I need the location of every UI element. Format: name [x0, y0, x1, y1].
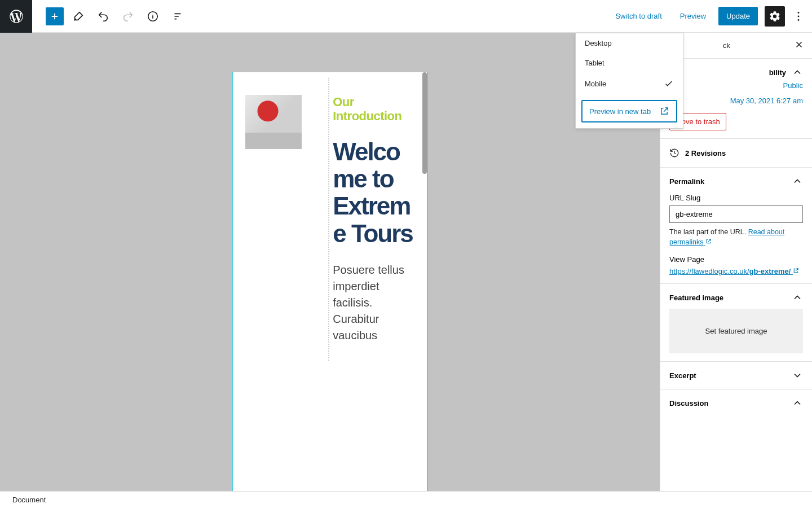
toolbar-left-group [46, 6, 188, 27]
settings-button[interactable] [765, 6, 785, 27]
columns-block[interactable]: Our Introduction Welcome to Extreme Tour… [240, 78, 420, 361]
column-left[interactable] [240, 78, 323, 361]
permalink-helper: The last part of the URL. Read about per… [669, 227, 803, 247]
url-slug-label: URL Slug [669, 194, 803, 202]
history-icon [669, 148, 679, 158]
editor-toolbar: Switch to draft Preview Update [0, 0, 812, 33]
paragraph-block[interactable]: Posuere tellus imperdiet facilisis. Cura… [333, 262, 417, 344]
chevron-up-icon [792, 397, 803, 409]
mobile-preview-frame[interactable]: Our Introduction Welcome to Extreme Tour… [232, 72, 428, 491]
permalink-url[interactable]: https://flawedlogic.co.uk/gb-extreme/ [669, 267, 803, 275]
chevron-down-icon [792, 370, 803, 381]
frame-scrollbar[interactable] [422, 72, 427, 174]
redo-button[interactable] [118, 6, 138, 27]
visibility-value[interactable]: Public [783, 81, 803, 90]
preview-dropdown: Desktop Tablet Mobile Preview in new tab [575, 33, 683, 129]
preview-new-tab-button[interactable]: Preview in new tab [581, 100, 677, 122]
url-slug-input[interactable] [669, 205, 803, 223]
svg-point-1 [798, 12, 800, 14]
skier-image[interactable] [245, 95, 302, 149]
publish-date-value[interactable]: May 30, 2021 6:27 am [730, 97, 803, 105]
set-featured-image-button[interactable]: Set featured image [669, 309, 803, 353]
preview-mobile-option[interactable]: Mobile [576, 73, 683, 94]
details-button[interactable] [143, 6, 163, 27]
editor-canvas: Our Introduction Welcome to Extreme Tour… [0, 33, 660, 491]
featured-image-title: Featured image [669, 294, 723, 302]
toolbar-right-group: Switch to draft Preview Update [610, 6, 812, 27]
outline-button[interactable] [167, 6, 188, 27]
update-button[interactable]: Update [718, 7, 758, 25]
eyebrow-heading[interactable]: Our Introduction [333, 95, 417, 124]
chevron-up-icon[interactable] [792, 176, 803, 187]
view-page-label: View Page [669, 255, 803, 264]
column-right[interactable]: Our Introduction Welcome to Extreme Tour… [328, 78, 420, 361]
permalink-title: Permalink [669, 177, 704, 186]
external-link-icon [659, 106, 669, 116]
featured-image-panel: Featured image Set featured image [660, 284, 812, 362]
preview-button[interactable]: Preview [674, 7, 712, 25]
discussion-panel[interactable]: Discussion [660, 389, 812, 417]
switch-to-draft-button[interactable]: Switch to draft [610, 7, 667, 25]
excerpt-panel[interactable]: Excerpt [660, 362, 812, 389]
svg-point-2 [798, 15, 800, 17]
add-block-button[interactable] [46, 7, 64, 25]
main-heading[interactable]: Welcome to Extreme Tours [333, 138, 417, 248]
close-sidebar-button[interactable] [789, 35, 809, 56]
preview-tablet-option[interactable]: Tablet [576, 53, 683, 73]
revisions-row[interactable]: 2 Revisions [660, 139, 812, 168]
wordpress-logo[interactable] [0, 0, 32, 33]
permalink-panel: Permalink URL Slug The last part of the … [660, 168, 812, 284]
tools-button[interactable] [68, 6, 89, 27]
chevron-up-icon[interactable] [792, 67, 803, 78]
status-visibility-title: bility [769, 68, 786, 77]
preview-desktop-option[interactable]: Desktop [576, 33, 683, 53]
chevron-up-icon[interactable] [792, 292, 803, 303]
undo-button[interactable] [93, 6, 113, 27]
svg-point-3 [798, 19, 800, 20]
breadcrumb[interactable]: Document [0, 491, 812, 508]
more-options-button[interactable] [792, 6, 805, 27]
check-icon [664, 78, 674, 89]
tab-block[interactable]: ck [715, 34, 738, 56]
